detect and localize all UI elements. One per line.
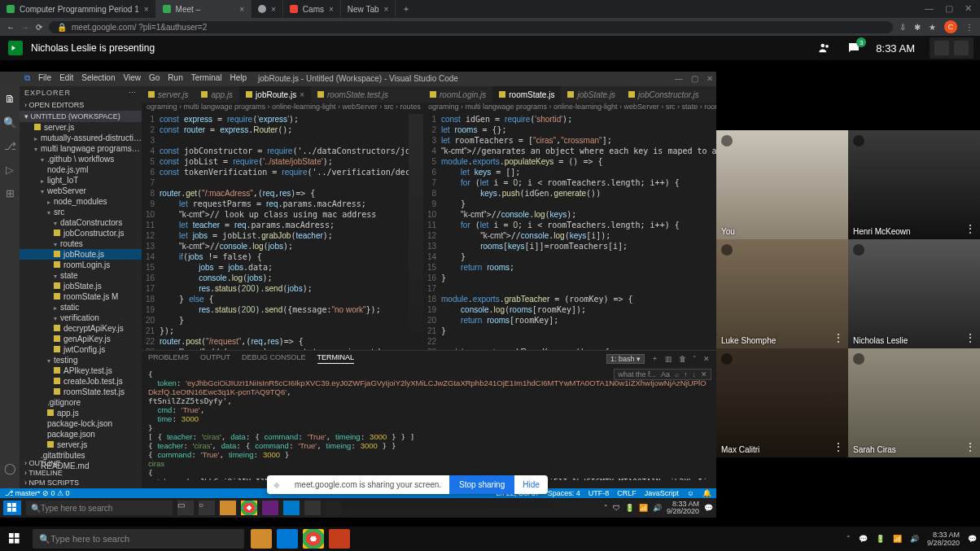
tree-item[interactable]: light_IoT <box>20 175 142 186</box>
trash-icon[interactable]: 🗑 <box>679 355 686 363</box>
tree-item[interactable]: roomLogin.js <box>20 260 142 270</box>
menu-item[interactable]: File <box>38 73 51 83</box>
extension-icon[interactable]: ⇩ <box>899 23 906 32</box>
new-tab-button[interactable]: ＋ <box>396 0 417 18</box>
tree-item[interactable]: jobRoute.js <box>20 249 142 260</box>
tree-item[interactable]: server.js <box>20 439 142 450</box>
close-icon[interactable]: × <box>239 5 244 14</box>
participant-tile[interactable]: Luke Shomphe⋮ <box>716 239 848 348</box>
editor-tab[interactable]: jobState.js <box>561 86 622 103</box>
editor-tab[interactable]: roomLogin.js <box>423 86 492 103</box>
tray-date[interactable]: 9/28/2020 <box>667 508 699 515</box>
tree-item[interactable]: routes <box>20 238 142 249</box>
tree-item[interactable]: dataConstructors <box>20 217 142 228</box>
menu-item[interactable]: Selection <box>81 73 115 83</box>
section-open-editors[interactable]: › OPEN EDITORS <box>20 99 142 111</box>
search-input[interactable]: 🔍 Type here to search <box>33 529 244 549</box>
tree-item[interactable]: testing <box>20 355 142 365</box>
tree-item[interactable]: .github \ workflows <box>20 154 142 164</box>
status-branch[interactable]: ⎇ master* ⊘ 0 ⚠ 0 <box>5 489 70 497</box>
cortana-icon[interactable]: ○ <box>199 501 215 515</box>
extension-icon[interactable]: ✱ <box>914 23 921 32</box>
tree-item[interactable]: jwtConfig.js <box>20 344 142 355</box>
hide-button[interactable]: Hide <box>514 475 548 494</box>
chrome-icon[interactable] <box>303 529 324 549</box>
tray-icon[interactable]: 🔊 <box>910 535 919 543</box>
tree-item[interactable]: genApiKey.js <box>20 334 142 344</box>
tree-item[interactable]: APIkey.test.js <box>20 365 142 376</box>
taskview-icon[interactable]: ▭ <box>177 501 194 515</box>
panel-tab[interactable]: TERMINAL <box>317 353 355 364</box>
maximize-icon[interactable]: ▢ <box>691 72 698 86</box>
extension-icon[interactable]: ★ <box>929 23 936 32</box>
run-icon[interactable]: ▷ <box>6 164 14 176</box>
terminal-icon[interactable] <box>326 501 342 515</box>
tree-item[interactable]: state <box>20 270 142 281</box>
tray-chevron-icon[interactable]: ˄ <box>847 535 851 543</box>
start-button[interactable] <box>3 529 26 549</box>
explorer-sidebar[interactable]: EXPLORER⋯ › OPEN EDITORS ▾ UNTITLED (WOR… <box>20 86 142 488</box>
close-icon[interactable]: ✕ <box>701 370 707 378</box>
tree-item[interactable]: roomState.js M <box>20 291 142 302</box>
section-workspace[interactable]: ▾ UNTITLED (WORKSPACE) <box>20 111 142 122</box>
chevron-up-icon[interactable]: ˄ <box>693 355 697 363</box>
mail-icon[interactable] <box>277 529 298 549</box>
tray-icon[interactable]: 🛡 <box>613 504 620 512</box>
app-icon[interactable] <box>329 529 350 549</box>
tree-item[interactable]: jobConstructor.js <box>20 228 142 238</box>
tray-icon[interactable]: 📶 <box>639 504 648 512</box>
menu-item[interactable]: View <box>124 73 142 83</box>
editor-right[interactable]: 1const idGen = require('shortid'); 2let … <box>423 114 716 350</box>
breadcrumb[interactable]: ograming › multi langwage programs › onl… <box>423 103 716 114</box>
close-icon[interactable]: ✕ <box>707 72 713 86</box>
more-icon[interactable]: ⋮ <box>965 223 975 234</box>
more-icon[interactable]: ⋮ <box>965 332 975 343</box>
vscode-icon[interactable] <box>283 501 300 515</box>
bell-icon[interactable]: 🔔 <box>702 489 711 497</box>
tree-item[interactable]: .gitignore <box>20 397 142 408</box>
tree-item[interactable]: decryptApiKey.js <box>20 323 142 334</box>
tree-item[interactable]: verification <box>20 313 142 323</box>
account-icon[interactable]: ◯ <box>4 462 16 474</box>
more-icon[interactable]: ⋮ <box>965 441 975 453</box>
tray-chevron-icon[interactable]: ˄ <box>604 504 608 512</box>
back-icon[interactable]: ← <box>7 23 15 32</box>
tree-item[interactable]: src <box>20 207 142 217</box>
self-tile-icon[interactable] <box>934 41 949 55</box>
editor-tab[interactable]: app.js <box>195 86 239 103</box>
minimap[interactable] <box>409 114 423 350</box>
split-terminal-icon[interactable]: ▥ <box>665 355 672 363</box>
new-terminal-icon[interactable]: ＋ <box>651 353 658 364</box>
editor-tab[interactable]: jobRoute.js × <box>239 86 311 103</box>
explorer-icon[interactable] <box>220 501 236 515</box>
menu-item[interactable]: Go <box>149 73 160 83</box>
tray-icon[interactable]: 📶 <box>893 535 902 543</box>
tray-icon[interactable]: 🔋 <box>876 535 885 543</box>
tree-item[interactable]: webServer <box>20 186 142 196</box>
stop-sharing-button[interactable]: Stop sharing <box>449 475 514 494</box>
participant-tile[interactable]: Sarah Ciras⋮ <box>848 348 980 457</box>
minimize-icon[interactable]: — <box>675 72 683 86</box>
start-button[interactable] <box>3 501 21 515</box>
tray-icon[interactable]: 🔊 <box>653 504 662 512</box>
file-tree[interactable]: server.jsmutually-assured-distructionmul… <box>20 122 142 471</box>
search-input[interactable]: 🔍 Type here to search <box>26 501 173 515</box>
tree-item[interactable]: node_modules <box>20 196 142 207</box>
close-icon[interactable]: × <box>271 5 276 14</box>
editor-left[interactable]: 1const express = require('express'); 2co… <box>142 114 423 350</box>
feedback-icon[interactable]: ☺ <box>687 489 694 497</box>
tray-icon[interactable]: 🔋 <box>625 504 634 512</box>
notifications-icon[interactable]: 💬 <box>968 535 977 543</box>
extensions-icon[interactable]: ⊞ <box>6 187 15 199</box>
search-icon[interactable]: 🔍 <box>3 116 16 129</box>
tree-item[interactable]: mutually-assured-distruction <box>20 133 142 143</box>
maximize-icon[interactable]: ▢ <box>945 3 953 14</box>
breadcrumb[interactable]: ograming › multi langwage programs › onl… <box>142 103 423 114</box>
participant-tile[interactable]: Nicholas Leslie⋮ <box>848 239 980 348</box>
minimize-icon[interactable]: — <box>925 3 934 14</box>
notifications-icon[interactable]: 💬 <box>704 504 713 512</box>
panel-tab[interactable]: OUTPUT <box>200 353 230 364</box>
tree-item[interactable]: package-lock.json <box>20 418 142 429</box>
profile-avatar[interactable]: C <box>944 20 957 33</box>
participant-tile[interactable]: Henri McKeown⋮ <box>848 130 980 239</box>
